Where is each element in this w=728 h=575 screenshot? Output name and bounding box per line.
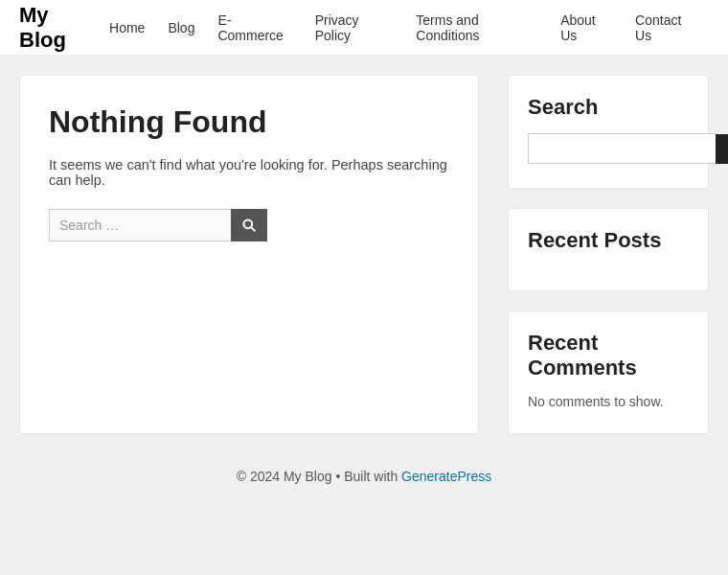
recent-comments-widget: Recent Comments No comments to show. — [508, 310, 709, 434]
sidebar: Search Search Recent Posts Recent Commen… — [508, 75, 709, 434]
no-comments-message: No comments to show. — [528, 394, 689, 409]
primary-nav: Home Blog E-Commerce Privacy Policy Term… — [98, 12, 709, 43]
nav-item-home[interactable]: Home — [98, 20, 156, 35]
search-icon — [241, 218, 257, 233]
main-search-form — [49, 209, 449, 242]
search-widget: Search Search — [508, 75, 709, 189]
nav-item-contact[interactable]: Contact Us — [624, 12, 709, 43]
nothing-found-heading: Nothing Found — [49, 104, 449, 140]
site-header: My Blog Home Blog E-Commerce Privacy Pol… — [0, 0, 728, 56]
search-widget-title: Search — [528, 95, 689, 120]
main-search-input[interactable] — [49, 209, 231, 242]
recent-comments-title: Recent Comments — [528, 331, 689, 380]
nav-item-about[interactable]: About Us — [549, 12, 624, 43]
nothing-found-description: It seems we can't find what you're looki… — [49, 157, 449, 188]
recent-posts-title: Recent Posts — [528, 228, 689, 253]
svg-point-0 — [243, 219, 252, 228]
nav-item-privacy[interactable]: Privacy Policy — [304, 12, 405, 43]
search-widget-form: Search — [528, 133, 689, 164]
svg-line-1 — [251, 227, 255, 231]
site-footer: © 2024 My Blog • Built with GeneratePres… — [0, 453, 728, 499]
site-content: Nothing Found It seems we can't find wha… — [0, 56, 728, 453]
nav-item-ecommerce[interactable]: E-Commerce — [206, 12, 303, 43]
site-logo[interactable]: My Blog — [19, 3, 98, 53]
footer-generatepress-link[interactable]: GeneratePress — [401, 469, 491, 484]
recent-posts-widget: Recent Posts — [508, 208, 709, 291]
nav-item-terms[interactable]: Terms and Conditions — [404, 12, 549, 43]
main-content: Nothing Found It seems we can't find wha… — [19, 75, 479, 434]
footer-copy: © 2024 My Blog • Built with — [237, 469, 401, 484]
nav-item-blog[interactable]: Blog — [156, 20, 206, 35]
search-widget-input[interactable] — [528, 133, 716, 164]
main-search-button[interactable] — [231, 209, 267, 242]
search-widget-button[interactable]: Search — [716, 134, 728, 164]
